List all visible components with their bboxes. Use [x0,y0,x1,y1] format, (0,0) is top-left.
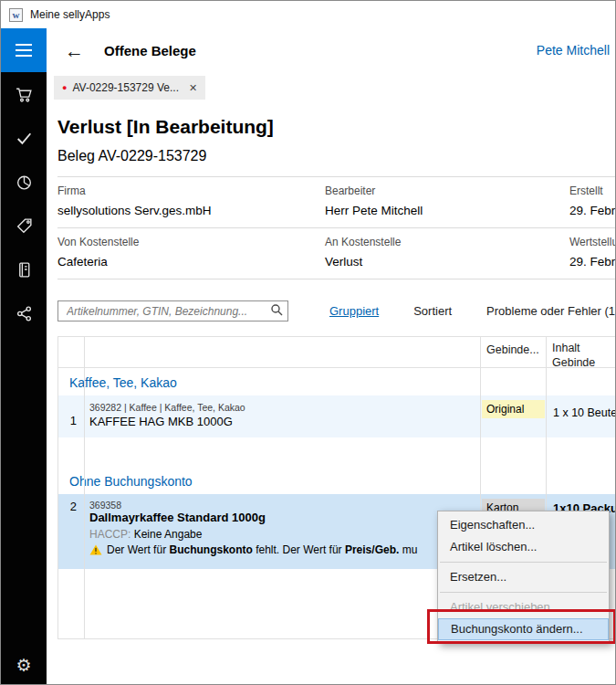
table-header: Gebinde... Inhalt Gebinde [58,337,616,368]
back-button[interactable]: ← [65,41,84,60]
tag-icon[interactable] [1,204,47,248]
app-window: w Meine sellyApps [0,0,616,685]
document-tab[interactable]: ● AV-0229-153729 Ve... ✕ [54,76,205,100]
haccp-line: HACCP: Keine Angabe [89,528,202,541]
field-label: Firma [57,184,325,197]
search-box[interactable] [57,300,288,321]
book-icon[interactable] [1,248,47,291]
field-label: An Kostenstelle [325,236,569,248]
validation-warning: Der Wert für Buchungskonto fehlt. Der We… [89,543,417,556]
item-meta: 369358 [89,500,121,511]
context-menu: Eigenschaften... Artikel löschen... Erse… [437,511,610,644]
document-subtitle: Beleg AV-0229-153729 [57,148,616,164]
field-an-kostenstelle: An Kostenstelle Verlust [325,236,569,269]
document-fields: Firma sellysolutions Serv.ges.mbH Bearbe… [57,176,616,279]
settings-gear-icon[interactable]: ⚙ [1,649,47,680]
share-icon[interactable] [1,291,47,335]
warning-icon [89,544,102,555]
field-bearbeiter: Bearbeiter Herr Pete Mitchell [325,184,569,217]
menu-item-eigenschaften[interactable]: Eigenschaften... [438,514,609,536]
unsaved-dot-icon: ● [62,84,67,92]
view-sortiert[interactable]: Sortiert [413,304,452,318]
view-gruppiert[interactable]: Gruppiert [329,304,379,318]
row-number: 2 [58,500,77,513]
warning-text: Der Wert für Buchungskonto fehlt. Der We… [107,543,417,556]
field-label: Wertstellung [569,236,616,248]
list-toolbar: Gruppiert Sortiert Probleme oder Fehler … [57,300,616,321]
app-header: ← Offene Belege Pete Mitchell [47,28,616,72]
row-number: 1 [58,414,77,427]
item-name: KAFFEE HAG MKB 1000G [89,415,233,428]
inhalt-cell: 1 x 10 Beutel [553,406,616,419]
group-gap [58,437,616,467]
column-header-gebinde: Gebinde... [486,343,539,356]
table-row[interactable]: 1 369282 | Kaffee | Kaffee, Tee, Kakao K… [58,395,616,437]
tab-close-icon[interactable]: ✕ [189,82,197,94]
field-value: Verlust [325,255,569,269]
item-meta: 369282 | Kaffee | Kaffee, Tee, Kakao [89,402,245,413]
field-value: Herr Pete Mitchell [325,204,569,217]
field-value: sellysolutions Serv.ges.mbH [57,204,325,217]
user-link[interactable]: Pete Mitchell [537,43,610,58]
field-value: 29. Februar [569,204,616,217]
gebinde-cell[interactable]: Original [482,400,545,418]
menu-item-artikel-verschieben: Artikel verschieben... [438,596,609,618]
menu-item-ersetzen[interactable]: Ersetzen... [438,566,609,588]
app-logo-icon: w [9,8,23,22]
field-von-kostenstelle: Von Kostenstelle Cafeteria [57,236,325,269]
group-header-ohne-buchungskonto[interactable]: Ohne Buchungskonto [58,467,616,494]
field-erstellt: Erstellt 29. Februar [569,184,616,217]
search-icon[interactable] [270,303,283,320]
menu-item-buchungskonto-aendern[interactable]: Buchungskonto ändern... [438,618,609,640]
item-name: Dallmayrkaffee Standard 1000g [89,511,266,524]
cart-icon[interactable] [1,72,47,116]
tab-strip: ● AV-0229-153729 Ve... ✕ [47,76,616,101]
field-label: Erstellt [569,184,616,197]
field-value: Cafeteria [57,255,325,269]
haccp-value: Keine Angabe [134,528,203,541]
field-row: Firma sellysolutions Serv.ges.mbH Bearbe… [57,177,616,228]
sidebar: ⚙ [1,28,47,685]
hamburger-menu-icon[interactable] [1,28,47,72]
field-value: 29. Februar [569,255,616,269]
check-icon[interactable] [1,116,47,160]
haccp-label: HACCP: [89,528,131,541]
field-label: Von Kostenstelle [57,236,325,248]
window-titlebar: w Meine sellyApps [1,1,616,28]
search-input[interactable] [65,304,270,319]
menu-separator [440,562,607,563]
view-probleme[interactable]: Probleme oder Fehler (1) [486,304,616,318]
menu-item-artikel-loeschen[interactable]: Artikel löschen... [438,536,609,558]
group-header-kaffee[interactable]: Kaffee, Tee, Kakao [58,368,616,395]
page-title: Offene Belege [104,43,196,58]
field-row: Von Kostenstelle Cafeteria An Kostenstel… [57,228,616,279]
menu-separator [440,592,607,593]
pie-chart-icon[interactable] [1,160,47,204]
field-label: Bearbeiter [325,184,569,197]
window-title: Meine sellyApps [30,8,110,21]
document-title: Verlust [In Bearbeitung] [57,116,616,138]
tab-label: AV-0229-153729 Ve... [72,81,179,94]
field-firma: Firma sellysolutions Serv.ges.mbH [57,184,325,217]
column-header-inhalt: Inhalt Gebinde [552,341,605,371]
column-divider [84,337,85,638]
field-wertstellung: Wertstellung 29. Februar [569,236,616,269]
